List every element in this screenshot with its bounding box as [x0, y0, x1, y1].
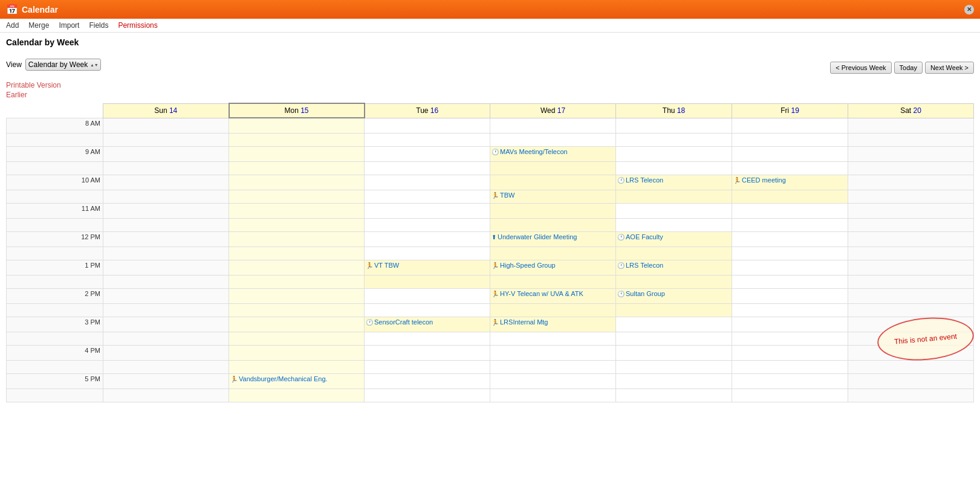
header-tue: Tue 16 — [365, 103, 490, 118]
cell-sat-5pm — [848, 373, 974, 388]
cell-tue-2pm — [365, 288, 490, 303]
cell-sat-11am-h — [848, 218, 974, 231]
cell-thu-1pm-h — [616, 275, 732, 288]
cell-sat-8am — [848, 118, 974, 133]
cell-thu-8am-h — [616, 133, 732, 146]
cell-thu-11am-h — [616, 218, 732, 231]
cell-sat-11am — [848, 203, 974, 218]
sun-date-link[interactable]: 14 — [169, 106, 177, 115]
table-row — [7, 275, 974, 288]
tue-date-link[interactable]: 16 — [430, 106, 438, 115]
cell-mon-12pm-h — [229, 247, 365, 260]
cell-wed-8am — [490, 118, 616, 133]
cell-sat-10am-h — [848, 190, 974, 203]
thu-date-link[interactable]: 18 — [677, 106, 685, 115]
close-button[interactable]: ✕ — [964, 5, 974, 15]
cell-wed-9am: 🕐MAVs Meeting/Telecon — [490, 146, 616, 161]
time-5pm: 5 PM — [7, 373, 103, 388]
event-sensorcraft-telecon[interactable]: 🕐SensorCraft telecon — [365, 317, 490, 327]
cell-mon-4pm — [229, 345, 365, 360]
event-vandsburger[interactable]: 🏃Vandsburger/Mechanical Eng. — [229, 374, 364, 384]
header-thu: Thu 18 — [616, 103, 732, 118]
time-10am: 10 AM — [7, 175, 103, 190]
clock-icon: 🕐 — [366, 319, 373, 326]
cell-wed-5pm — [490, 373, 616, 388]
menu-permissions[interactable]: Permissions — [118, 21, 157, 30]
cell-sun-1pm — [103, 260, 229, 275]
mon-date-link[interactable]: 15 — [300, 106, 308, 115]
event-tbw[interactable]: 🏃TBW — [490, 190, 615, 200]
menu-import[interactable]: Import — [59, 21, 79, 30]
cell-mon-11am — [229, 203, 365, 218]
cell-mon-9am — [229, 146, 365, 161]
cell-wed-2pm: 🏃HY-V Telecan w/ UVA & ATK — [490, 288, 616, 303]
cell-tue-12pm-h — [365, 247, 490, 260]
table-row: 11 AM — [7, 203, 974, 218]
run-icon: 🏃 — [492, 319, 499, 326]
cell-thu-4pm — [616, 345, 732, 360]
view-select-wrapper[interactable]: Calendar by Week — [25, 59, 101, 71]
time-1pm: 1 PM — [7, 260, 103, 275]
event-hyv-telecan[interactable]: 🏃HY-V Telecan w/ UVA & ATK — [490, 289, 615, 298]
time-12pm: 12 PM — [7, 231, 103, 247]
cell-sun-8am — [103, 118, 229, 133]
cell-mon-4pm-h — [229, 360, 365, 373]
run-icon: 🏃 — [366, 262, 373, 269]
event-high-speed-group[interactable]: 🏃High-Speed Group — [490, 260, 615, 270]
run-icon: 🏃 — [492, 262, 499, 269]
cell-wed-5pm-h — [490, 388, 616, 402]
menu-add[interactable]: Add — [6, 21, 19, 30]
cell-wed-2pm-h — [490, 303, 616, 317]
cell-mon-3pm-h — [229, 332, 365, 345]
header-wed: Wed 17 — [490, 103, 616, 118]
cell-fri-2pm — [732, 288, 848, 303]
event-lrs-internal-mtg[interactable]: 🏃LRSInternal Mtg — [490, 317, 615, 327]
event-mavs-meeting[interactable]: 🕐MAVs Meeting/Telecon — [490, 147, 615, 156]
event-sultan-group[interactable]: 🕐Sultan Group — [616, 289, 732, 298]
clock-icon: 🕐 — [492, 149, 499, 155]
cell-mon-9am-h — [229, 161, 365, 175]
cell-sun-5pm-h — [103, 388, 229, 402]
next-week-button[interactable]: Next Week > — [925, 62, 974, 74]
titlebar: 📅 Calendar ✕ — [0, 0, 980, 19]
cell-sat-12pm — [848, 231, 974, 247]
time-9am-half — [7, 161, 103, 175]
earlier-link[interactable]: Earlier — [6, 91, 974, 99]
nav-buttons: < Previous Week Today Next Week > — [830, 62, 974, 74]
cell-fri-1pm — [732, 260, 848, 275]
event-lrs-telecon-thu[interactable]: 🕐LRS Telecon — [616, 175, 732, 185]
cell-wed-4pm-h — [490, 360, 616, 373]
cell-sat-3pm-h — [848, 332, 974, 345]
view-select[interactable]: Calendar by Week — [25, 59, 101, 71]
printable-version-link[interactable]: Printable Version — [6, 81, 974, 89]
menubar: Add Merge Import Fields Permissions — [0, 19, 980, 33]
cell-fri-5pm — [732, 373, 848, 388]
event-ceed-meeting[interactable]: 🏃CEED meeting — [732, 175, 848, 185]
cell-fri-9am-h — [732, 161, 848, 175]
prev-week-button[interactable]: < Previous Week — [830, 62, 891, 74]
cell-tue-8am-h — [365, 133, 490, 146]
event-underwater-glider[interactable]: ⬆Underwater Glider Meeting — [490, 232, 615, 242]
event-aoe-faculty[interactable]: 🕐AOE Faculty — [616, 232, 732, 242]
table-row: 🏃TBW — [7, 190, 974, 203]
cell-sat-8am-h — [848, 133, 974, 146]
sat-date-link[interactable]: 20 — [913, 106, 921, 115]
cell-thu-3pm — [616, 317, 732, 332]
cell-sun-1pm-h — [103, 275, 229, 288]
cell-thu-10am-h — [616, 190, 732, 203]
event-lrs-telecon-fri[interactable]: 🕐LRS Telecon — [616, 260, 732, 270]
cell-wed-8am-h — [490, 133, 616, 146]
cell-sun-9am-h — [103, 161, 229, 175]
header-mon: Mon 15 — [229, 103, 365, 118]
page-title: Calendar by Week — [6, 37, 974, 47]
fri-date-link[interactable]: 19 — [791, 106, 799, 115]
menu-fields[interactable]: Fields — [89, 21, 108, 30]
menu-merge[interactable]: Merge — [28, 21, 49, 30]
clock-icon: 🕐 — [617, 291, 625, 297]
cell-sun-3pm-h — [103, 332, 229, 345]
event-vt-tbw[interactable]: 🏃VT TBW — [365, 260, 490, 270]
cell-sun-10am — [103, 175, 229, 190]
wed-date-link[interactable]: 17 — [557, 106, 565, 115]
today-button[interactable]: Today — [894, 62, 923, 74]
cell-tue-1pm: 🏃VT TBW — [365, 260, 490, 275]
